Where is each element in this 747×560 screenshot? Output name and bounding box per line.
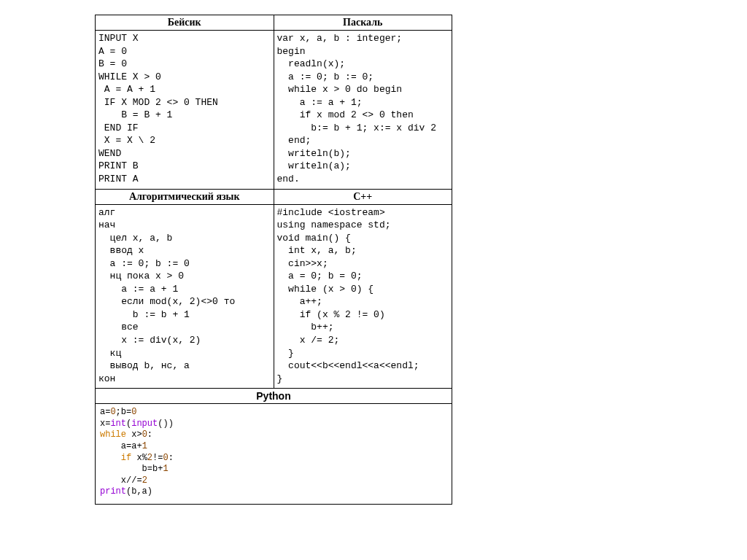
header-basic: Бейсик	[96, 15, 274, 31]
header-python: Python	[96, 389, 452, 404]
code-comparison-table: Бейсик Паскаль INPUT X A = 0 B = 0 WHILE…	[95, 15, 452, 505]
code-cpp: #include <iostream> using namespace std;…	[274, 204, 452, 389]
code-python: a=0;b=0 x=int(input()) while x>0: a=a+1 …	[96, 404, 452, 505]
code-basic: INPUT X A = 0 B = 0 WHILE X > 0 A = A + …	[96, 31, 274, 190]
header-algo: Алгоритмический язык	[96, 189, 274, 204]
header-cpp: С++	[274, 189, 452, 204]
code-algo: алг нач цел x, a, b ввод x a := 0; b := …	[96, 204, 274, 389]
code-pascal: var x, a, b : integer; begin readln(x); …	[274, 31, 452, 190]
language-grid: Бейсик Паскаль INPUT X A = 0 B = 0 WHILE…	[95, 15, 452, 505]
header-pascal: Паскаль	[274, 15, 452, 31]
